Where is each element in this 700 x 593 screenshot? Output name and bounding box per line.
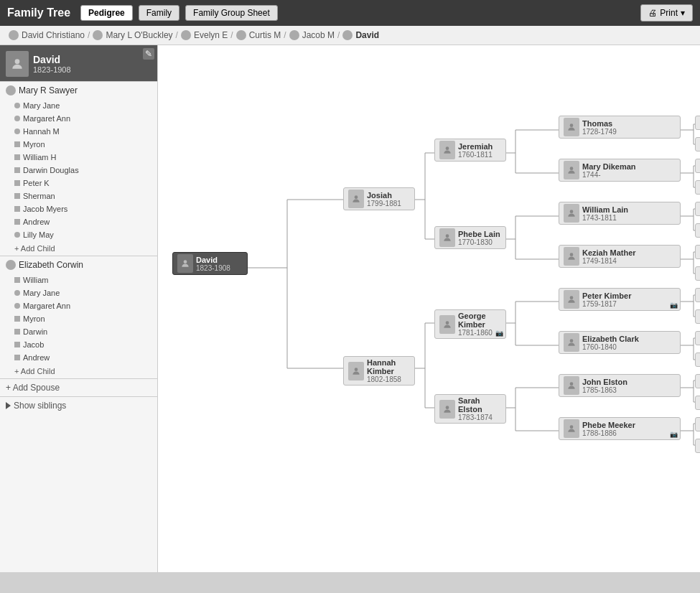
svg-point-85 bbox=[570, 210, 574, 213]
print-button[interactable]: 🖨 Print ▾ bbox=[640, 4, 693, 22]
person-jeremiah[interactable]: Jeremiah 1760-1811 bbox=[434, 139, 506, 162]
child-myron[interactable]: Myron bbox=[0, 138, 157, 151]
child-margaret-ann[interactable]: Margaret Ann bbox=[0, 112, 157, 125]
person-william-lain[interactable]: William Lain 1743-1811 bbox=[559, 202, 681, 225]
add-mother-thomas-btn[interactable]: + Add Mother bbox=[695, 137, 700, 151]
person-david[interactable]: David 1823-1908 bbox=[172, 252, 248, 275]
person-phebe-lain[interactable]: Phebe Lain 1770-1830 bbox=[434, 226, 506, 249]
svg-point-90 bbox=[570, 425, 574, 429]
catherine-clark-btn[interactable]: Catherine Clark 📷 bbox=[695, 439, 700, 453]
jeptha-meeker-btn[interactable]: Jeptha Meeker 📷 bbox=[695, 417, 700, 431]
child-myron-2[interactable]: Myron bbox=[0, 312, 157, 325]
sidebar: David 1823-1908 ✎ Mary R Sawyer Mary Jan… bbox=[0, 45, 158, 572]
person-mary-dikeman[interactable]: Mary Dikeman 1744- bbox=[559, 159, 681, 182]
tab-family[interactable]: Family bbox=[139, 5, 179, 21]
tree-area[interactable]: David 1823-1908 Josiah 1799-1881 bbox=[158, 45, 700, 572]
main-content: David 1823-1908 ✎ Mary R Sawyer Mary Jan… bbox=[0, 45, 700, 572]
photo-icon: 📷 bbox=[670, 431, 678, 438]
svg-point-86 bbox=[570, 253, 574, 256]
app-header: Family Tree Pedigree Family Family Group… bbox=[0, 0, 700, 26]
spouse-header-2[interactable]: Elizabeth Corwin bbox=[0, 256, 157, 274]
breadcrumb-mary[interactable]: Mary L O'Buckley bbox=[106, 30, 172, 40]
anna-brown-btn[interactable]: Anna Brown 📷 bbox=[695, 266, 700, 281]
breadcrumb: David Christiano / Mary L O'Buckley / Ev… bbox=[0, 26, 700, 45]
add-father-thomas-btn[interactable]: + Add Father bbox=[695, 116, 700, 130]
breadcrumb-david-christiano[interactable]: David Christiano bbox=[22, 30, 85, 40]
child-mary-jane-2[interactable]: Mary Jane bbox=[0, 286, 157, 299]
william-elston-btn[interactable]: William Elston bbox=[695, 374, 700, 388]
avatar bbox=[6, 51, 29, 77]
spouse-section-1: Mary R Sawyer Mary Jane Margaret Ann Han… bbox=[0, 81, 157, 256]
person-phebe-meeker[interactable]: Phebe Meeker 1788-1886 📷 bbox=[559, 417, 681, 440]
spouse-name-1: Mary R Sawyer bbox=[19, 85, 78, 95]
sidebar-person-dates: 1823-1908 bbox=[33, 65, 71, 74]
chevron-down-icon: ▾ bbox=[681, 8, 685, 18]
zara-westphalen-btn[interactable]: Zara Sara Westphalen 📷 bbox=[695, 309, 700, 324]
person-icon bbox=[93, 30, 103, 40]
sidebar-person-name: David bbox=[33, 54, 71, 65]
child-jacob-myers[interactable]: Jacob Myers bbox=[0, 202, 157, 215]
svg-point-77 bbox=[355, 195, 358, 199]
child-jacob[interactable]: Jacob bbox=[0, 338, 157, 351]
photo-icon: 📷 bbox=[670, 302, 678, 309]
svg-point-81 bbox=[446, 321, 449, 324]
svg-point-0 bbox=[15, 59, 20, 64]
person-icon bbox=[6, 260, 16, 270]
tab-pedigree[interactable]: Pedigree bbox=[80, 5, 133, 21]
james-clark-btn[interactable]: James Clark 📷 bbox=[695, 331, 700, 345]
svg-point-78 bbox=[355, 368, 358, 371]
person-thomas[interactable]: Thomas 1728-1749 bbox=[559, 116, 681, 139]
child-william-h[interactable]: William H bbox=[0, 151, 157, 164]
person-icon bbox=[181, 30, 191, 40]
breadcrumb-david[interactable]: David bbox=[355, 30, 379, 40]
child-sherman[interactable]: Sherman bbox=[0, 190, 157, 202]
edit-icon[interactable]: ✎ bbox=[143, 48, 154, 60]
elizabeth-walling-btn[interactable]: Elizabeth Walling 📷 bbox=[695, 396, 700, 410]
app-title: Family Tree bbox=[7, 6, 70, 19]
george-kimber-btn[interactable]: George Kimber bbox=[695, 288, 700, 302]
person-sarah-elston[interactable]: Sarah Elston 1783-1874 bbox=[434, 394, 506, 424]
add-mother-mary-d-btn[interactable]: + Add Mother bbox=[695, 180, 700, 195]
person-icon bbox=[236, 30, 246, 40]
person-hannah[interactable]: Hannah Kimber 1802-1858 bbox=[343, 356, 415, 386]
breadcrumb-evelyn[interactable]: Evelyn E bbox=[194, 30, 228, 40]
tab-family-group-sheet[interactable]: Family Group Sheet bbox=[185, 5, 278, 21]
spouse-header-1[interactable]: Mary R Sawyer bbox=[0, 82, 157, 99]
james-lain-btn[interactable]: James Lain 📷 bbox=[695, 202, 700, 216]
child-hannah-m[interactable]: Hannah M bbox=[0, 125, 157, 138]
sidebar-person-header[interactable]: David 1823-1908 ✎ bbox=[0, 45, 157, 81]
child-darwin[interactable]: Darwin bbox=[0, 325, 157, 338]
child-darwin-douglas[interactable]: Darwin Douglas bbox=[0, 164, 157, 177]
child-andrew-1[interactable]: Andrew bbox=[0, 215, 157, 228]
add-spouse-btn[interactable]: + Add Spouse bbox=[0, 378, 157, 396]
show-siblings-btn[interactable]: Show siblings bbox=[0, 396, 157, 414]
increase-mather-btn[interactable]: Increase Mather bbox=[695, 245, 700, 259]
person-john-elston[interactable]: John Elston 1785-1863 bbox=[559, 374, 681, 397]
add-child-btn-1[interactable]: + Add Child bbox=[0, 241, 157, 256]
photo-icon: 📷 bbox=[495, 330, 503, 337]
person-josiah[interactable]: Josiah 1799-1881 bbox=[343, 187, 415, 210]
svg-point-76 bbox=[184, 260, 187, 263]
person-keziah-mather[interactable]: Keziah Mather 1749-1814 bbox=[559, 245, 681, 268]
child-mary-jane[interactable]: Mary Jane bbox=[0, 99, 157, 112]
person-peter-kimber[interactable]: Peter Kimber 1759-1817 📷 bbox=[559, 288, 681, 311]
triangle-icon bbox=[6, 402, 11, 409]
tree-container: David 1823-1908 Josiah 1799-1881 bbox=[165, 52, 700, 572]
sara-vanaken-btn[interactable]: Sara VanAken 📷 bbox=[695, 352, 700, 367]
svg-point-79 bbox=[446, 146, 449, 150]
child-andrew-2[interactable]: Andrew bbox=[0, 351, 157, 364]
breadcrumb-curtis[interactable]: Curtis M bbox=[249, 30, 281, 40]
child-lilly-may[interactable]: Lilly May bbox=[0, 228, 157, 241]
child-william[interactable]: William bbox=[0, 274, 157, 286]
printer-icon: 🖨 bbox=[648, 8, 657, 18]
mary-ferguson-btn[interactable]: Mary Ferguson 📷 bbox=[695, 223, 700, 238]
add-father-mary-d-btn[interactable]: + Add Father bbox=[695, 159, 700, 173]
person-elizabeth-clark[interactable]: Elizabeth Clark 1760-1840 bbox=[559, 331, 681, 354]
svg-point-89 bbox=[570, 382, 574, 386]
child-margaret-ann-2[interactable]: Margaret Ann bbox=[0, 299, 157, 312]
child-peter-k[interactable]: Peter K bbox=[0, 177, 157, 190]
person-george-kimber[interactable]: George Kimber 1781-1860 📷 bbox=[434, 309, 506, 339]
spouse-section-2: Elizabeth Corwin William Mary Jane Marga… bbox=[0, 256, 157, 378]
add-child-btn-2[interactable]: + Add Child bbox=[0, 364, 157, 378]
breadcrumb-jacob[interactable]: Jacob M bbox=[302, 30, 335, 40]
